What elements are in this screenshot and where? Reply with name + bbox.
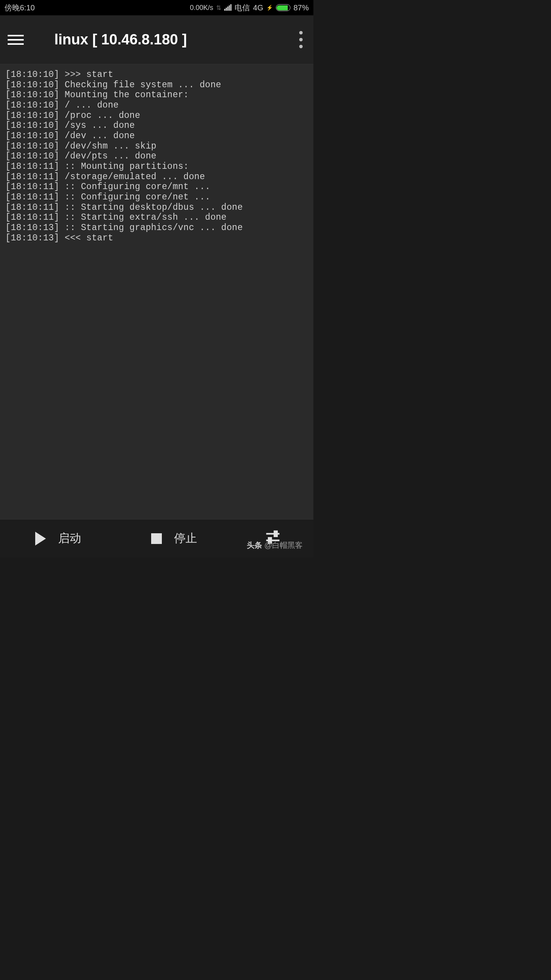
terminal-line: [18:10:11] :: Mounting partitions: (5, 162, 308, 172)
terminal-line: [18:10:10] /proc ... done (5, 111, 308, 121)
net-speed: 0.00K/s (190, 4, 213, 12)
carrier-label: 电信 (235, 3, 250, 13)
start-label: 启动 (58, 531, 81, 546)
terminal-line: [18:10:11] :: Configuring core/mnt ... (5, 182, 308, 192)
terminal-line: [18:10:13] <<< start (5, 233, 308, 243)
terminal-line: [18:10:11] :: Configuring core/net ... (5, 192, 308, 203)
watermark: 头条 @白帽黑客 (247, 540, 303, 550)
terminal-line: [18:10:11] :: Starting desktop/dbus ... … (5, 203, 308, 213)
terminal-output[interactable]: [18:10:10] >>> start[18:10:10] Checking … (0, 64, 313, 519)
stop-icon (151, 533, 162, 544)
data-arrows-icon: ⇅ (216, 4, 221, 11)
stop-label: 停止 (174, 531, 197, 546)
settings-button[interactable] (232, 519, 313, 557)
bottom-bar: 启动 停止 (0, 519, 313, 557)
play-icon (35, 532, 46, 546)
app-title: linux [ 10.46.8.180 ] (39, 31, 281, 48)
start-button[interactable]: 启动 (0, 519, 116, 557)
terminal-line: [18:10:10] Mounting the container: (5, 90, 308, 100)
hamburger-menu-button[interactable] (8, 35, 24, 45)
status-time: 傍晚6:10 (5, 3, 35, 13)
network-type: 4G (253, 3, 263, 12)
terminal-line: [18:10:13] :: Starting graphics/vnc ... … (5, 223, 308, 233)
terminal-line: [18:10:10] / ... done (5, 100, 308, 111)
watermark-brand: 头条 (247, 540, 262, 550)
terminal-line: [18:10:10] /sys ... done (5, 121, 308, 131)
watermark-author: @白帽黑客 (264, 540, 303, 550)
battery-percent: 87% (293, 3, 309, 12)
more-options-button[interactable] (296, 28, 306, 51)
charging-icon: ⚡ (266, 5, 273, 11)
signal-bars-icon (224, 5, 231, 11)
status-bar: 傍晚6:10 0.00K/s ⇅ 电信 4G ⚡ 87% (0, 0, 313, 15)
app-bar: linux [ 10.46.8.180 ] (0, 15, 313, 64)
terminal-line: [18:10:11] :: Starting extra/ssh ... don… (5, 212, 308, 223)
terminal-line: [18:10:10] Checking file system ... done (5, 80, 308, 90)
svg-rect-2 (274, 531, 277, 536)
stop-button[interactable]: 停止 (116, 519, 232, 557)
terminal-line: [18:10:10] /dev/shm ... skip (5, 141, 308, 152)
terminal-line: [18:10:11] /storage/emulated ... done (5, 172, 308, 182)
terminal-line: [18:10:10] >>> start (5, 70, 308, 80)
terminal-line: [18:10:10] /dev ... done (5, 131, 308, 141)
battery-icon (276, 4, 290, 11)
status-right: 0.00K/s ⇅ 电信 4G ⚡ 87% (190, 3, 309, 13)
terminal-line: [18:10:10] /dev/pts ... done (5, 151, 308, 162)
